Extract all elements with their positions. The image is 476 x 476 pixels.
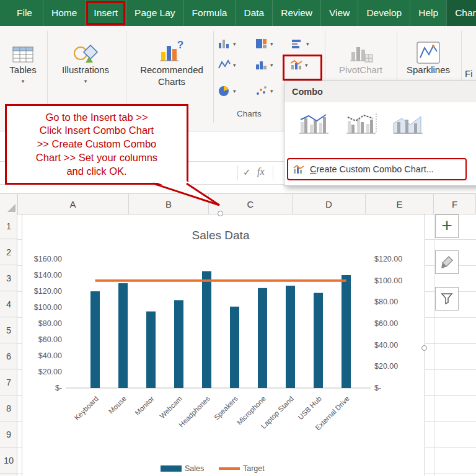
paintbrush-icon [440,255,454,269]
chevron-down-icon: ▾ [233,41,236,47]
svg-text:$160.00: $160.00 [34,255,62,263]
tab-view[interactable]: View [320,0,358,26]
sparklines-icon [400,32,457,64]
combo-chart-icon [293,165,304,174]
chevron-down-icon: ▾ [270,62,273,68]
svg-text:$40.00: $40.00 [38,351,62,360]
column-headers: ABCDEF [0,193,476,214]
tables-button[interactable]: Tables ▾ [1,32,45,85]
svg-text:$20.00: $20.00 [374,362,398,371]
tab-data[interactable]: Data [235,0,272,26]
funnel-icon [440,292,454,306]
row-header-3[interactable]: 3 [0,265,17,291]
combo-thumb-secondary-axis[interactable] [343,108,381,139]
column-chart-icon [218,38,231,49]
combo-chart-icon [290,60,302,70]
insert-scatter-chart-button[interactable]: ▾ [255,86,273,97]
svg-text:$120.00: $120.00 [34,287,62,296]
svg-text:$40.00: $40.00 [374,341,398,350]
row-header-9[interactable]: 9 [0,421,17,447]
column-header-E[interactable]: E [366,194,434,214]
row-header-6[interactable]: 6 [0,343,17,369]
pivotchart-label: PivotChart [339,64,382,75]
chart-elements-button[interactable]: + [435,214,459,238]
bar-chart-icon [291,38,304,49]
recommended-charts-button[interactable]: ? Recommended Charts [131,32,212,88]
row-header-8[interactable]: 8 [0,395,17,421]
svg-text:$-: $- [55,384,62,392]
chevron-down-icon: ▾ [305,62,308,68]
tab-develop[interactable]: Develop [358,0,410,26]
enter-formula-icon[interactable]: ✓ [243,167,251,178]
insert-combo-chart-button[interactable]: ▾ [290,60,308,70]
tab-formula[interactable]: Formula [183,0,236,26]
chevron-down-icon: ▾ [270,88,273,94]
tab-file[interactable]: File [6,0,43,26]
instruction-callout: Go to the Insert tab >>Click Insert Comb… [5,104,188,185]
table-icon [1,32,45,64]
row-header-4[interactable]: 4 [0,291,17,317]
plus-icon: + [441,216,452,235]
histogram-chart-icon [255,60,268,70]
svg-text:$-: $- [374,384,381,392]
insert-column-chart-button[interactable]: ▾ [218,38,236,49]
row-header-5[interactable]: 5 [0,317,17,343]
charts-group-label: Charts [218,109,280,118]
create-custom-combo-chart-item[interactable]: Create Custom Combo Chart... [287,158,467,180]
line-chart-icon [218,60,231,70]
column-header-D[interactable]: D [293,194,366,214]
tab-review[interactable]: Review [272,0,320,26]
illustrations-icon [51,32,120,64]
combo-item-label: Create Custom Combo Chart... [310,164,434,174]
callout-line: Go to the Insert tab >> [45,111,148,125]
svg-text:$140.00: $140.00 [34,271,62,280]
insert-bar-chart-button[interactable]: ▾ [291,38,309,49]
tab-chart-de[interactable]: Chart De [446,0,476,26]
sparklines-button[interactable]: Sparklines [400,32,457,76]
tab-insert[interactable]: Insert [85,0,126,26]
insert-statistic-chart-button[interactable]: ▾ [255,60,273,70]
tab-help[interactable]: Help [410,0,446,26]
insert-line-chart-button[interactable]: ▾ [218,60,236,70]
chart-filters-button[interactable] [435,287,459,311]
column-header-B[interactable]: B [129,194,209,214]
svg-text:$60.00: $60.00 [374,319,398,328]
chevron-down-icon: ▾ [233,62,236,68]
chart-resize-handle-top[interactable] [218,211,223,216]
select-all-corner[interactable] [0,194,18,214]
sales-chart[interactable]: Sales Data$160.00$140.00$120.00$100.00$8… [22,214,425,476]
column-header-A[interactable]: A [17,194,129,214]
recommended-charts-icon: ? [131,32,212,64]
svg-text:$80.00: $80.00 [374,298,398,306]
chart-resize-handle-right[interactable] [421,345,427,351]
treemap-chart-icon [255,38,268,49]
combo-thumb-clustered-line[interactable] [296,108,334,139]
column-header-F[interactable]: F [434,194,476,214]
chart-styles-button[interactable] [435,250,459,274]
svg-text:Sales: Sales [185,464,204,473]
pivotchart-icon [330,32,392,64]
row-header-7[interactable]: 7 [0,369,17,395]
callout-line: Chart >> Set your columns [36,151,157,165]
tables-label: Tables [9,64,36,75]
group-separator [213,31,214,123]
row-header-2[interactable]: 2 [0,239,17,265]
combo-thumb-stacked-area[interactable] [390,108,428,139]
chevron-down-icon: ▾ [51,78,120,85]
insert-function-icon[interactable]: fx [257,166,265,177]
svg-text:Webcam: Webcam [158,395,183,420]
row-header-10[interactable]: 10 [0,447,17,474]
svg-text:USB Hub: USB Hub [297,395,323,421]
svg-text:Keyboard: Keyboard [73,395,100,421]
illustrations-button[interactable]: Illustrations ▾ [51,32,120,85]
pivotchart-button[interactable]: PivotChart [330,32,392,76]
insert-hierarchy-chart-button[interactable]: ▾ [255,38,273,49]
tab-home[interactable]: Home [43,0,85,26]
callout-line: and click OK. [66,165,126,178]
chevron-down-icon: ▾ [306,41,309,47]
combo-chart-menu: Combo Create Custom Combo Chart... [284,81,476,186]
tab-page-lay[interactable]: Page Lay [126,0,183,26]
insert-pie-chart-button[interactable]: ▾ [218,86,236,97]
svg-text:?: ? [177,39,183,51]
row-header-1[interactable]: 1 [0,213,17,239]
